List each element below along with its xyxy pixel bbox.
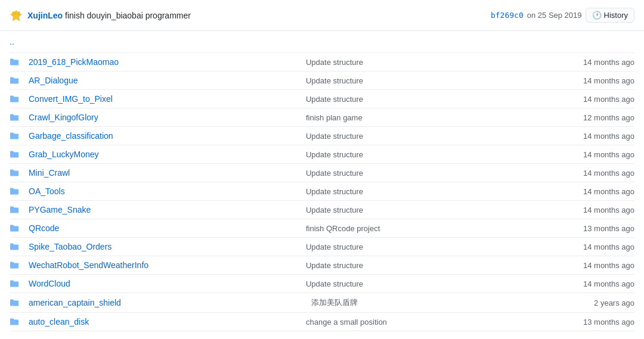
table-row: american_captain_shield 添加美队盾牌 2 years a… [10,293,634,313]
table-row: Crawl_KingofGlory finish plan game 12 mo… [10,108,634,127]
time-ago: 14 months ago [583,150,634,159]
table-row: PYGame_Snake Update structure 14 months … [10,201,634,219]
commit-date: on 25 Sep 2019 [527,11,582,20]
username[interactable]: XujinLeo [27,11,63,20]
table-row: QRcode finish QRcode project 13 months a… [10,219,634,238]
file-name[interactable]: Crawl_KingofGlory [29,113,301,122]
folder-icon [10,57,24,67]
commit-message: finish plan game [306,113,578,122]
header-title: XujinLeo finish douyin_biaobai programme… [27,11,191,20]
table-row: OA_Tools Update structure 14 months ago [10,182,634,201]
time-ago: 14 months ago [583,279,634,288]
commit-message: Update structure [306,261,578,270]
folder-icon [10,317,24,326]
commit-message: Update structure [306,132,578,141]
time-ago: 14 months ago [583,242,634,251]
table-row: Spike_Taobao_Orders Update structure 14 … [10,238,634,256]
time-ago: 14 months ago [583,261,634,270]
header-action-text: finish douyin_biaobai programmer [65,11,191,20]
commit-message: Update structure [306,279,578,288]
commit-message: finish QRcode project [306,224,578,233]
time-ago: 14 months ago [583,132,634,141]
svg-marker-0 [11,10,21,21]
time-ago: 14 months ago [583,95,634,104]
folder-icon [10,298,24,307]
folder-icon [10,242,24,251]
file-name[interactable]: Spike_Taobao_Orders [29,242,301,251]
commit-message: 添加美队盾牌 [311,297,589,308]
file-name[interactable]: OA_Tools [29,186,301,196]
parent-dir-text: .. [10,37,14,46]
table-row: WordCloud Update structure 14 months ago [10,275,634,293]
folder-icon [10,205,24,214]
history-label: History [604,11,628,20]
file-name[interactable]: WordCloud [29,279,301,288]
file-name[interactable]: auto_clean_disk [29,317,301,326]
svg-point-1 [13,11,16,14]
commit-message: Update structure [306,95,578,104]
folder-icon [10,94,24,104]
commit-message: Update structure [306,169,578,178]
table-row: 2019_618_PickMaomao Update structure 14 … [10,53,634,71]
commit-message: Update structure [306,76,578,85]
time-ago: 14 months ago [583,76,634,85]
file-name[interactable]: 2019_618_PickMaomao [29,57,301,67]
file-name[interactable]: WechatRobot_SendWeatherInfo [29,260,301,270]
file-name[interactable]: american_captain_shield [29,298,306,307]
file-name[interactable]: AR_Dialogue [29,76,301,85]
parent-directory-link[interactable]: .. [10,31,634,53]
table-row: WechatRobot_SendWeatherInfo Update struc… [10,256,634,275]
folder-icon [10,131,24,141]
commit-message: Update structure [306,150,578,159]
folder-icon [10,186,24,196]
commit-message: change a small position [306,318,578,326]
table-row: Convert_IMG_to_Pixel Update structure 14… [10,90,634,108]
time-ago: 13 months ago [583,224,634,233]
table-row: Mini_Crawl Update structure 14 months ag… [10,164,634,182]
file-list: 2019_618_PickMaomao Update structure 14 … [10,53,634,331]
time-ago: 12 months ago [583,113,634,122]
commit-message: Update structure [306,187,578,196]
time-ago: 14 months ago [583,169,634,178]
file-name[interactable]: PYGame_Snake [29,205,301,214]
commit-message: Update structure [306,58,578,67]
clock-icon: 🕐 [592,11,602,20]
file-name[interactable]: QRcode [29,223,301,233]
file-name[interactable]: Mini_Crawl [29,168,301,178]
folder-icon [10,113,24,122]
folder-icon [10,168,24,178]
table-row: Garbage_classification Update structure … [10,127,634,145]
file-name[interactable]: Convert_IMG_to_Pixel [29,94,301,104]
folder-icon [10,260,24,270]
file-name[interactable]: Garbage_classification [29,131,301,141]
table-row: AR_Dialogue Update structure 14 months a… [10,71,634,90]
header-right: bf269c0 on 25 Sep 2019 🕐 History [491,8,634,23]
table-row: auto_clean_disk change a small position … [10,313,634,331]
history-button[interactable]: 🕐 History [586,8,634,23]
folder-icon [10,150,24,159]
time-ago: 14 months ago [583,206,634,214]
svg-point-2 [17,11,20,14]
time-ago: 14 months ago [583,187,634,196]
table-row: Grab_LuckyMoney Update structure 14 mont… [10,145,634,164]
time-ago: 13 months ago [583,318,634,326]
folder-icon [10,279,24,288]
logo-icon [10,9,23,22]
file-name[interactable]: Grab_LuckyMoney [29,150,301,159]
page-header: XujinLeo finish douyin_biaobai programme… [0,0,644,31]
time-ago: 2 years ago [594,298,634,307]
folder-icon [10,76,24,85]
folder-icon [10,223,24,233]
commit-hash[interactable]: bf269c0 [491,11,524,20]
file-browser: .. 2019_618_PickMaomao Update structure … [0,31,644,331]
header-left: XujinLeo finish douyin_biaobai programme… [10,9,191,22]
time-ago: 14 months ago [583,58,634,67]
commit-message: Update structure [306,242,578,251]
commit-message: Update structure [306,206,578,214]
